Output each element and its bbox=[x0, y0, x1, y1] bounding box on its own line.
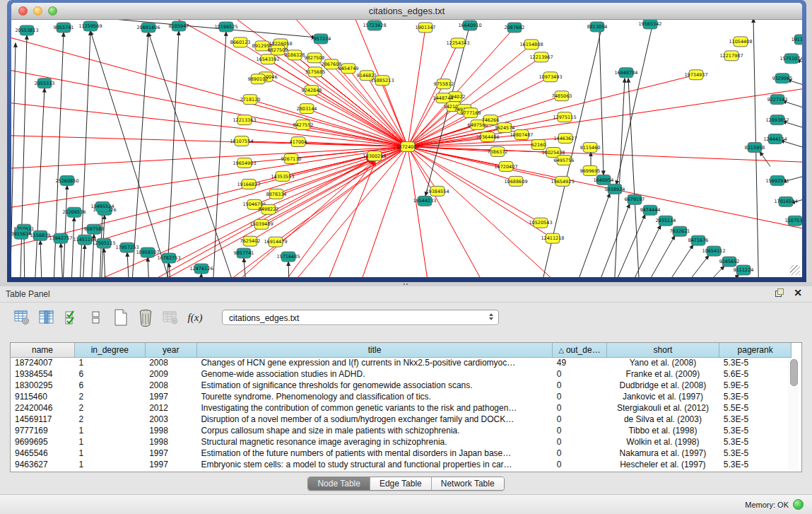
table-row[interactable]: 1830029562008Estimation of significance … bbox=[11, 380, 792, 391]
network-view-window[interactable]: citations_edges.txt 20553813905574111259… bbox=[7, 0, 806, 282]
table-cell[interactable]: 5.3E-5 bbox=[719, 425, 792, 436]
graph-node[interactable]: 9111224 bbox=[734, 265, 754, 275]
graph-node[interactable]: 1901347 bbox=[416, 23, 436, 33]
table-row[interactable]: 1938455462009Genome-wide association stu… bbox=[11, 368, 792, 380]
citation-edge-black[interactable] bbox=[671, 255, 709, 277]
close-panel-icon[interactable]: ✕ bbox=[794, 288, 802, 297]
graph-node[interactable]: 9857741 bbox=[234, 248, 254, 258]
table-row[interactable]: 1872400712008Changes of HCN gene express… bbox=[11, 357, 792, 368]
table-cell[interactable]: 2012 bbox=[145, 402, 196, 414]
graph-node[interactable]: 15751074 bbox=[779, 54, 802, 64]
table-cell[interactable]: Estimation of significance thresholds fo… bbox=[196, 380, 552, 391]
table-cell[interactable]: 1 bbox=[75, 425, 146, 436]
column-header-year[interactable]: year bbox=[145, 343, 196, 357]
citation-edge-black[interactable] bbox=[11, 43, 16, 277]
graph-node[interactable]: 16720407 bbox=[494, 161, 517, 171]
table-cell[interactable]: 5.3E-5 bbox=[719, 448, 792, 459]
table-select[interactable]: citations_edges.txt bbox=[222, 310, 499, 325]
table-cell[interactable]: 0 bbox=[553, 414, 606, 425]
graph-node[interactable]: 2803144 bbox=[297, 104, 317, 114]
graph-node[interactable]: 19654923 bbox=[551, 176, 574, 186]
table-cell[interactable]: 5.5E-5 bbox=[719, 402, 792, 414]
table-cell[interactable]: 0 bbox=[553, 368, 606, 380]
graph-node[interactable]: 16914479 bbox=[264, 237, 287, 247]
window-resize-grip[interactable] bbox=[790, 265, 800, 275]
table-cell[interactable]: 1997 bbox=[145, 391, 196, 402]
delete-column-button[interactable] bbox=[136, 308, 155, 327]
table-cell[interactable]: Nakamura et al. (1997) bbox=[606, 448, 719, 459]
table-cell[interactable]: 5.3E-5 bbox=[719, 436, 792, 448]
table-row[interactable]: 1456911722003Disruption of a novel membe… bbox=[11, 414, 792, 425]
network-svg[interactable]: 2055381390557411125956920691406810594710… bbox=[11, 20, 802, 277]
table-cell[interactable]: 0 bbox=[553, 380, 606, 391]
graph-node[interactable]: 9227343 bbox=[767, 95, 788, 105]
graph-node[interactable]: 7625402 bbox=[240, 236, 261, 246]
network-window-titlebar[interactable]: citations_edges.txt bbox=[11, 3, 802, 20]
graph-node[interactable]: 9097588 bbox=[84, 224, 105, 234]
citation-edge-black[interactable] bbox=[40, 240, 42, 277]
table-cell[interactable]: 1998 bbox=[145, 425, 196, 436]
table-cell[interactable]: 1 bbox=[75, 436, 146, 448]
citation-edge-black[interactable] bbox=[104, 248, 106, 277]
table-cell[interactable]: 0 bbox=[553, 391, 606, 402]
table-cell[interactable]: Tourette syndrome. Phenomenology and cla… bbox=[196, 391, 552, 402]
table-cell[interactable]: 9465546 bbox=[11, 448, 75, 459]
citation-edge-black[interactable] bbox=[148, 257, 150, 277]
table-cell[interactable]: 19384554 bbox=[11, 368, 75, 380]
show-columns-button[interactable] bbox=[37, 308, 56, 327]
table-row[interactable]: 969969511998Structural magnetic resonanc… bbox=[11, 436, 792, 448]
tab-network-table[interactable]: Network Table bbox=[432, 477, 504, 490]
graph-node[interactable]: 9245652 bbox=[719, 257, 740, 267]
table-cell[interactable]: 9463627 bbox=[11, 459, 75, 470]
table-cell[interactable]: 5.3E-5 bbox=[719, 459, 792, 470]
citation-edge-black[interactable] bbox=[20, 35, 27, 277]
graph-node[interactable]: 7485063 bbox=[552, 91, 572, 101]
citation-edge-red[interactable] bbox=[11, 135, 408, 147]
graph-node[interactable]: 1107532 bbox=[785, 216, 802, 226]
citation-edge-black[interactable] bbox=[591, 204, 630, 277]
graph-node[interactable]: 9115460 bbox=[580, 143, 601, 153]
table-row[interactable]: 946362711997Embryonic stem cells: a mode… bbox=[11, 459, 792, 470]
table-cell[interactable]: 1 bbox=[75, 357, 146, 368]
graph-node[interactable]: 12213967 bbox=[529, 52, 553, 62]
table-cell[interactable]: Structural magnetic resonance image aver… bbox=[196, 436, 552, 448]
table-cell[interactable]: Franke et al. (2009) bbox=[606, 368, 719, 380]
table-cell[interactable]: 9115460 bbox=[11, 391, 75, 402]
table-row[interactable]: 946554611997Estimation of the future num… bbox=[11, 448, 792, 459]
citation-edge-black[interactable] bbox=[34, 88, 45, 277]
graph-node[interactable]: 8105947 bbox=[169, 21, 189, 31]
graph-node[interactable]: 8215958 bbox=[745, 143, 765, 153]
graph-node[interactable]: 19734937 bbox=[684, 70, 707, 80]
graph-node[interactable]: 19654903 bbox=[233, 158, 256, 168]
graph-node[interactable]: 8471676 bbox=[688, 235, 709, 245]
citation-edge-black[interactable] bbox=[71, 217, 74, 277]
table-options-button[interactable] bbox=[13, 308, 31, 327]
graph-node[interactable]: 62160 bbox=[531, 140, 546, 150]
table-cell[interactable]: Genome-wide association studies in ADHD. bbox=[196, 368, 552, 380]
table-cell[interactable]: 1997 bbox=[145, 459, 196, 470]
graph-node[interactable]: 17016504 bbox=[774, 197, 797, 206]
table-cell[interactable]: Investigating the contribution of common… bbox=[196, 402, 552, 414]
graph-node[interactable]: 2718120 bbox=[240, 95, 261, 105]
table-cell[interactable]: 2008 bbox=[145, 380, 196, 391]
citation-edge-black[interactable] bbox=[166, 31, 179, 277]
citation-edge-red[interactable] bbox=[250, 100, 408, 147]
table-cell[interactable]: Corpus callosum shape and size in male p… bbox=[196, 425, 552, 436]
graph-node[interactable]: 12217987 bbox=[719, 51, 743, 61]
citation-edge-black[interactable] bbox=[131, 33, 148, 277]
graph-node[interactable]: 16154808 bbox=[519, 40, 543, 49]
graph-node[interactable]: 1640954 bbox=[594, 175, 614, 185]
table-cell[interactable]: 5.3E-5 bbox=[719, 391, 792, 402]
table-cell[interactable]: Stergiakouli et al. (2012) bbox=[606, 402, 719, 414]
table-cell[interactable]: 1997 bbox=[145, 448, 196, 459]
citation-edge-red[interactable] bbox=[312, 90, 408, 147]
citation-edge-black[interactable] bbox=[780, 141, 802, 155]
table-mode-button[interactable] bbox=[87, 308, 105, 327]
create-column-button[interactable] bbox=[112, 308, 130, 327]
graph-node[interactable]: 11259569 bbox=[78, 21, 102, 31]
graph-node[interactable]: 746266 bbox=[482, 115, 500, 125]
citation-edge-black[interactable] bbox=[622, 225, 661, 277]
column-header-in_degree[interactable]: in_degree bbox=[75, 343, 146, 357]
graph-node[interactable]: 15723428 bbox=[363, 21, 386, 30]
table-cell[interactable]: 2 bbox=[75, 391, 146, 402]
